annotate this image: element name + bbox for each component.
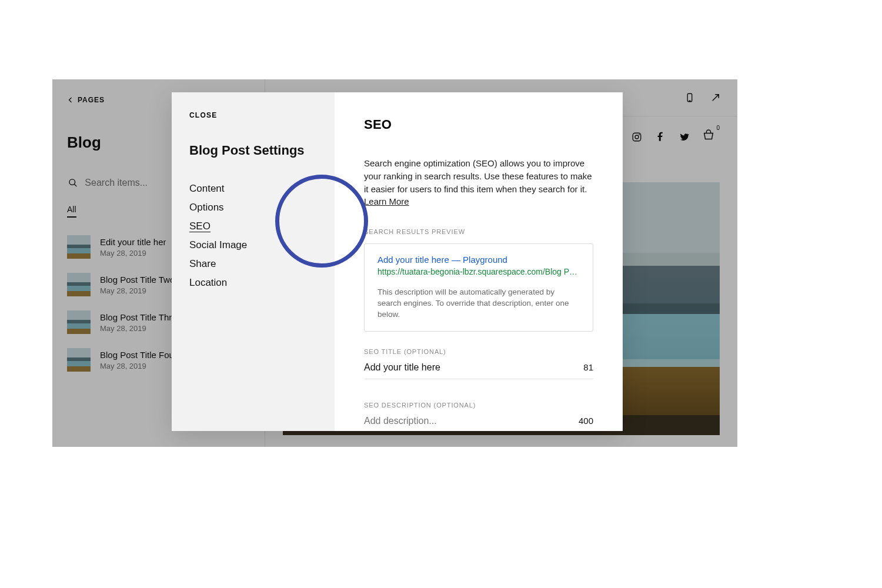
settings-modal: CLOSE Blog Post Settings Content Options… (172, 92, 623, 431)
modal-content: SEO Search engine optimization (SEO) all… (335, 92, 623, 431)
panel-heading: SEO (364, 117, 593, 132)
nav-seo[interactable]: SEO (189, 220, 317, 232)
nav-social-image[interactable]: Social Image (189, 239, 317, 251)
modal-nav: Content Options SEO Social Image Share L… (189, 183, 317, 289)
panel-intro: Search engine optimization (SEO) allows … (364, 157, 593, 208)
seo-title-label: SEO TITLE (OPTIONAL) (364, 348, 593, 355)
nav-content[interactable]: Content (189, 183, 317, 195)
preview-description: This description will be automatically g… (377, 287, 580, 320)
nav-share[interactable]: Share (189, 258, 317, 270)
seo-title-count: 81 (583, 362, 593, 372)
seo-title-value: Add your title here (364, 362, 440, 373)
app-frame: PAGES Blog All Edit your title her May 2… (52, 79, 737, 447)
intro-text: Search engine optimization (SEO) allows … (364, 158, 592, 194)
seo-title-field[interactable]: Add your title here 81 (364, 362, 593, 379)
seo-desc-label: SEO DESCRIPTION (OPTIONAL) (364, 402, 593, 409)
learn-more-link[interactable]: Learn More (364, 196, 409, 206)
search-preview-card: Add your title here — Playground https:/… (364, 243, 593, 332)
modal-title: Blog Post Settings (189, 143, 317, 158)
preview-url: https://tuatara-begonia-lbzr.squarespace… (377, 267, 580, 276)
close-button[interactable]: CLOSE (189, 111, 317, 119)
nav-location[interactable]: Location (189, 277, 317, 289)
seo-desc-count: 400 (579, 416, 593, 426)
seo-desc-placeholder: Add description... (364, 416, 437, 426)
preview-title: Add your title here — Playground (377, 255, 580, 265)
preview-label: SEARCH RESULTS PREVIEW (364, 228, 593, 235)
modal-sidebar: CLOSE Blog Post Settings Content Options… (172, 92, 335, 431)
seo-desc-field[interactable]: Add description... 400 (364, 416, 593, 431)
nav-options[interactable]: Options (189, 202, 317, 213)
